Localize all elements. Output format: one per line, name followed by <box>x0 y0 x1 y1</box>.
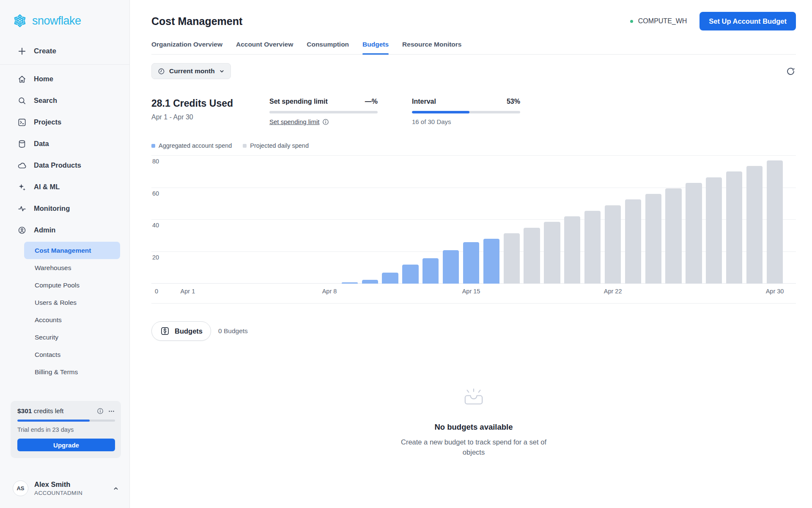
sidebar-subitem-accounts[interactable]: Accounts <box>24 311 120 329</box>
sidebar-menu: HomeSearchProjectsDataData ProductsAI & … <box>0 68 129 241</box>
info-icon[interactable] <box>322 119 329 125</box>
bar-apr-30[interactable] <box>767 160 783 284</box>
budgets-filter-button[interactable]: Budgets <box>151 321 211 341</box>
sidebar-subitem-users-roles[interactable]: Users & Roles <box>24 294 120 311</box>
bar-apr-13[interactable] <box>422 258 439 284</box>
bar-apr-15[interactable] <box>463 242 479 284</box>
sidebar-subitem-compute-pools[interactable]: Compute Pools <box>24 276 120 294</box>
create-button[interactable]: Create <box>0 45 129 58</box>
sidebar: snowflake Create HomeSearchProjectsDataD… <box>0 0 130 508</box>
bar-slot-apr-13 <box>420 156 441 284</box>
empty-state-description: Create a new budget to track spend for a… <box>391 437 557 458</box>
search-icon <box>17 96 27 105</box>
tab-resource-monitors[interactable]: Resource Monitors <box>402 41 461 54</box>
sidebar-item-search[interactable]: Search <box>0 90 129 111</box>
bar-slot-apr-29 <box>744 156 765 284</box>
chevron-down-icon <box>219 68 225 75</box>
sidebar-item-ai-ml[interactable]: AI & ML <box>0 176 129 198</box>
x-axis-label-apr-15: Apr 15 <box>462 288 480 295</box>
bar-apr-27[interactable] <box>706 177 722 284</box>
legend-item-projected-daily-spend[interactable]: Projected daily spend <box>243 142 309 149</box>
snowflake-logo[interactable]: snowflake <box>0 0 129 29</box>
snowflake-wordmark: snowflake <box>32 14 81 28</box>
x-axis-label-apr-30: Apr 30 <box>766 288 784 295</box>
bar-apr-23[interactable] <box>625 199 641 284</box>
sidebar-subitem-contacts[interactable]: Contacts <box>24 346 120 363</box>
spend-bar-chart: 20406080 Apr 1Apr 8Apr 15Apr 22Apr 30 0 <box>151 156 796 300</box>
bar-slot-apr-2 <box>198 156 218 284</box>
sidebar-item-label: Home <box>34 75 53 83</box>
bar-slot-apr-30 <box>765 156 785 284</box>
warehouse-name[interactable]: COMPUTE_WH <box>638 17 687 25</box>
y-axis-label-40: 40 <box>152 222 159 229</box>
clock-icon <box>157 67 165 75</box>
ellipsis-menu-icon[interactable] <box>108 408 115 415</box>
database-icon <box>17 139 27 149</box>
sidebar-item-monitoring[interactable]: Monitoring <box>0 198 129 219</box>
bar-slot-apr-22 <box>603 156 623 284</box>
chart-x-axis: Apr 1Apr 8Apr 15Apr 22Apr 30 <box>178 288 785 297</box>
bar-apr-10[interactable] <box>362 280 378 284</box>
bar-slot-apr-27 <box>704 156 724 284</box>
bar-apr-21[interactable] <box>584 211 601 284</box>
bar-apr-14[interactable] <box>443 250 459 284</box>
sidebar-subitem-cost-management[interactable]: Cost Management <box>24 242 120 259</box>
bar-apr-11[interactable] <box>382 273 398 284</box>
sidebar-item-admin[interactable]: Admin <box>0 219 129 241</box>
bar-slot-apr-28 <box>724 156 744 284</box>
sidebar-item-data-products[interactable]: Data Products <box>0 155 129 176</box>
user-menu[interactable]: AS Alex Smith ACCOUNTADMIN <box>13 480 119 496</box>
sidebar-subitem-security[interactable]: Security <box>24 329 120 346</box>
bar-apr-26[interactable] <box>686 183 702 284</box>
empty-state-title: No budgets available <box>151 422 796 432</box>
tab-organization-overview[interactable]: Organization Overview <box>151 41 222 54</box>
avatar: AS <box>13 480 28 496</box>
admin-submenu: Cost ManagementWarehousesCompute PoolsUs… <box>0 242 129 381</box>
refresh-button[interactable] <box>785 66 796 77</box>
projects-icon <box>17 118 27 127</box>
bar-apr-9[interactable] <box>342 282 358 284</box>
spending-limit-stat: Set spending limit —% Set spending limit <box>269 98 378 125</box>
tab-consumption[interactable]: Consumption <box>307 41 349 54</box>
set-spending-limit-link[interactable]: Set spending limit <box>269 118 319 125</box>
tab-budgets[interactable]: Budgets <box>362 41 389 54</box>
bar-apr-17[interactable] <box>504 233 520 284</box>
sidebar-subitem-billing-terms[interactable]: Billing & Terms <box>24 363 120 381</box>
pulse-icon <box>17 204 27 213</box>
page-header: Cost Management COMPUTE_WH Set Up Accoun… <box>151 12 796 30</box>
setup-account-budget-button[interactable]: Set Up Account Budget <box>700 12 796 30</box>
dollar-square-icon <box>160 326 170 336</box>
sidebar-item-label: Data <box>34 140 49 148</box>
bar-apr-16[interactable] <box>483 239 499 284</box>
bar-apr-22[interactable] <box>605 205 621 284</box>
legend-item-aggregated-account-spend[interactable]: Aggregated account spend <box>151 142 232 149</box>
sidebar-divider <box>0 64 129 65</box>
create-label: Create <box>34 47 56 55</box>
sidebar-item-data[interactable]: Data <box>0 133 129 155</box>
chart-legend: Aggregated account spendProjected daily … <box>151 142 796 149</box>
sidebar-item-home[interactable]: Home <box>0 68 129 90</box>
y-axis-label-20: 20 <box>152 254 159 261</box>
legend-label: Projected daily spend <box>250 142 309 149</box>
bar-slot-apr-11 <box>380 156 401 284</box>
spending-limit-track <box>269 111 378 113</box>
bar-apr-25[interactable] <box>665 188 681 284</box>
stats-row: 28.1 Credits Used Apr 1 - Apr 30 Set spe… <box>151 98 796 125</box>
sidebar-item-projects[interactable]: Projects <box>0 111 129 133</box>
bar-apr-18[interactable] <box>524 228 540 284</box>
budgets-section-header: Budgets 0 Budgets <box>151 321 796 341</box>
sidebar-subitem-warehouses[interactable]: Warehouses <box>24 259 120 276</box>
spending-limit-title: Set spending limit <box>269 98 328 105</box>
period-dropdown[interactable]: Current month <box>151 63 231 79</box>
tab-account-overview[interactable]: Account Overview <box>236 41 293 54</box>
bar-apr-28[interactable] <box>726 171 742 284</box>
info-icon[interactable] <box>97 408 104 414</box>
bar-apr-20[interactable] <box>564 216 580 284</box>
bar-apr-29[interactable] <box>746 166 763 284</box>
x-axis-label-apr-1: Apr 1 <box>181 288 195 295</box>
upgrade-button[interactable]: Upgrade <box>17 439 115 451</box>
chart-toolbar: Current month <box>151 63 796 79</box>
bar-apr-12[interactable] <box>402 265 418 284</box>
bar-apr-19[interactable] <box>544 222 560 284</box>
bar-apr-24[interactable] <box>645 194 661 284</box>
